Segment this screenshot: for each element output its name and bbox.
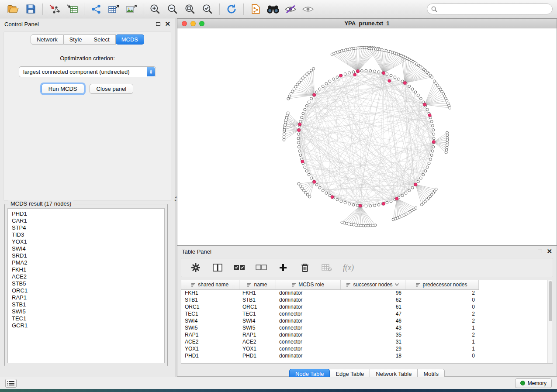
list-item[interactable]: PHD1 <box>12 210 160 217</box>
add-row-button[interactable] <box>277 262 289 273</box>
table-cell: 2 <box>405 317 478 324</box>
binoculars-icon <box>266 4 280 14</box>
column-header-successor-nodes[interactable]: successor nodes <box>340 280 405 289</box>
delete-row-button[interactable] <box>299 262 311 273</box>
table-row[interactable]: SWI5SWI5connector431 <box>181 324 478 331</box>
task-history-button[interactable] <box>5 379 17 388</box>
list-item[interactable]: SWI4 <box>12 245 160 252</box>
list-item[interactable]: YOX1 <box>12 238 160 245</box>
zoom-fit-button[interactable] <box>181 2 199 17</box>
show-graphics-button[interactable] <box>299 2 317 17</box>
table-row[interactable]: TEC1TEC1connector472 <box>181 310 478 317</box>
binoculars-button[interactable] <box>264 2 282 17</box>
list-item[interactable]: STB5 <box>12 280 160 287</box>
export-image-button[interactable] <box>122 2 140 17</box>
zoom-in-icon <box>149 3 161 15</box>
close-panel-icon[interactable]: ✕ <box>547 249 552 254</box>
table-scrollbar[interactable] <box>547 280 553 363</box>
minimize-traffic-light[interactable] <box>190 21 196 26</box>
export-table-button[interactable] <box>105 2 122 17</box>
table-row[interactable]: YOX1YOX1connector291 <box>181 345 478 352</box>
scrollbar-thumb[interactable] <box>549 281 552 321</box>
maximize-traffic-light[interactable] <box>199 21 204 26</box>
table-row[interactable]: ACE2ACE2connector311 <box>181 338 478 345</box>
list-item[interactable]: TEC1 <box>12 315 160 322</box>
hide-graphics-button[interactable] <box>282 2 299 17</box>
table-header-row: shared name name MCDS role successor nod… <box>181 280 478 289</box>
table-cell: 1 <box>405 345 478 352</box>
table-cell: dominator <box>276 317 340 324</box>
run-mcds-button[interactable]: Run MCDS <box>42 84 84 94</box>
table-cell: ACE2 <box>239 338 276 345</box>
table-row[interactable]: FKH1FKH1dominator962 <box>181 289 478 296</box>
network-window-title: YPA_prune.txt_1 <box>177 20 557 27</box>
deselect-all-button[interactable] <box>256 262 267 273</box>
list-item[interactable]: GCR1 <box>12 322 160 329</box>
column-type-icon <box>292 282 296 287</box>
memory-button[interactable]: Memory <box>515 378 552 388</box>
share-document-button[interactable] <box>247 2 264 17</box>
float-window-icon[interactable] <box>156 22 160 26</box>
list-item[interactable]: CAR1 <box>12 217 160 224</box>
toolbar-separator <box>84 3 84 15</box>
tab-network[interactable]: Network <box>31 34 64 45</box>
import-network-icon <box>49 4 60 14</box>
node-table: shared name name MCDS role successor nod… <box>181 280 479 359</box>
mcds-result-list[interactable]: PHD1CAR1STP4TID3YOX1SWI4SRD1PMA2FKH1ACE2… <box>7 208 165 363</box>
list-item[interactable]: PMA2 <box>12 259 160 266</box>
show-column-button[interactable] <box>212 262 223 273</box>
table-row[interactable]: ORC1ORC1dominator610 <box>181 303 478 310</box>
import-network-button[interactable] <box>46 2 63 17</box>
zoom-out-button[interactable] <box>164 2 181 17</box>
import-table-button[interactable] <box>63 2 81 17</box>
close-panel-button[interactable]: Close panel <box>90 84 134 94</box>
function-builder-button[interactable]: f(x) <box>343 263 354 272</box>
column-header-predecessor-nodes[interactable]: predecessor nodes <box>405 280 478 289</box>
list-item[interactable]: SRD1 <box>12 252 160 259</box>
save-session-button[interactable] <box>22 2 39 17</box>
column-header-mcds-role[interactable]: MCDS role <box>276 280 340 289</box>
table-row[interactable]: SWI4SWI4dominator462 <box>181 317 478 324</box>
network-search-box[interactable] <box>427 3 553 14</box>
list-item[interactable]: ORC1 <box>12 287 160 294</box>
zoom-selected-icon <box>202 3 213 15</box>
refresh-button[interactable] <box>223 2 240 17</box>
export-network-button[interactable] <box>87 2 105 17</box>
network-canvas[interactable] <box>177 28 557 245</box>
gear-icon <box>191 263 201 272</box>
list-item[interactable]: STB1 <box>12 301 160 308</box>
search-input[interactable] <box>439 6 548 12</box>
zoom-in-button[interactable] <box>146 2 164 17</box>
delete-table-button[interactable] <box>321 262 332 273</box>
table-panel: Table Panel ✕ f(x) <box>177 246 557 377</box>
tab-select[interactable]: Select <box>88 34 116 45</box>
list-item[interactable]: SWI5 <box>12 308 160 315</box>
close-traffic-light[interactable] <box>182 21 187 26</box>
table-settings-button[interactable] <box>190 262 201 273</box>
zoom-out-icon <box>167 3 178 15</box>
table-toolbar: f(x) <box>181 258 553 277</box>
open-file-button[interactable] <box>4 2 22 17</box>
column-header-shared-name[interactable]: shared name <box>181 280 239 289</box>
list-item[interactable]: FKH1 <box>12 266 160 273</box>
optimization-criterion-select[interactable]: largest connected component (undirected)… <box>19 66 156 77</box>
tab-style[interactable]: Style <box>64 34 88 45</box>
table-row[interactable]: RAP1RAP1dominator352 <box>181 331 478 338</box>
column-header-name[interactable]: name <box>239 280 276 289</box>
checked-boxes-icon <box>234 265 245 271</box>
table-row[interactable]: STB1STB1dominator620 <box>181 296 478 303</box>
zoom-selected-button[interactable] <box>199 2 216 17</box>
tab-mcds[interactable]: MCDS <box>116 34 144 45</box>
list-item[interactable]: TID3 <box>12 231 160 238</box>
select-all-button[interactable] <box>234 262 245 273</box>
list-item[interactable]: STP4 <box>12 224 160 231</box>
splitter-collapse-icon[interactable]: ◂▸ <box>175 196 176 202</box>
list-item[interactable]: ACE2 <box>12 273 160 280</box>
list-item[interactable]: RAP1 <box>12 294 160 301</box>
table-row[interactable]: PHD1PHD1dominator180 <box>181 352 478 359</box>
close-panel-icon[interactable]: ✕ <box>165 22 170 26</box>
table-cell: SWI4 <box>181 317 239 324</box>
export-network-icon <box>91 4 102 14</box>
float-window-icon[interactable] <box>538 250 542 253</box>
table-cell: RAP1 <box>239 331 276 338</box>
